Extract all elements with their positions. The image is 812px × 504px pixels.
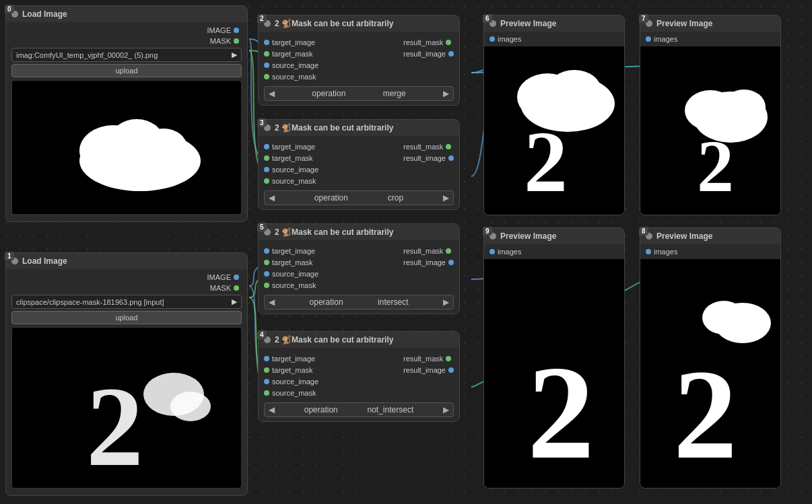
output-mask-label-0: MASK xyxy=(210,37,231,45)
port-label-result-image-4: result_image xyxy=(403,366,446,374)
output-ports-4: result_mask result_image xyxy=(403,355,454,397)
op-next-5[interactable]: ▶ xyxy=(443,297,449,307)
port-dot-target-image-2[interactable] xyxy=(264,40,269,45)
mask-ports-5: target_image target_mask source_image so… xyxy=(264,244,454,292)
node-title-2: 2 🐒Mask can be cut arbitrarily xyxy=(275,19,393,28)
node-header-5: 2 🐒Mask can be cut arbitrarily xyxy=(259,224,459,240)
op-prev-2[interactable]: ◀ xyxy=(269,89,275,98)
op-next-2[interactable]: ▶ xyxy=(443,89,449,98)
node-id-1: 1 xyxy=(5,252,14,260)
port-label-result-mask-4: result_mask xyxy=(403,355,443,363)
op-next-3[interactable]: ▶ xyxy=(443,193,449,203)
port-result-mask-out-2: result_mask xyxy=(403,38,454,46)
port-label-source-image-4: source_image xyxy=(272,377,318,386)
load-image-node-0: 0 Load Image IMAGE MASK imag:ComfyUI_tem… xyxy=(5,5,248,222)
port-dot-target-image-5[interactable] xyxy=(264,248,269,254)
port-dot-result-mask-3[interactable] xyxy=(446,144,451,149)
op-prev-4[interactable]: ◀ xyxy=(269,405,275,415)
node-body-4: target_image target_mask source_image so… xyxy=(259,348,459,421)
port-source-mask-5: source_mask xyxy=(264,281,318,289)
port-result-mask-out-4: result_mask xyxy=(403,355,454,363)
input-ports-5: target_image target_mask source_image so… xyxy=(264,247,318,289)
port-dot-images-7[interactable] xyxy=(646,36,651,42)
port-dot-result-image-5[interactable] xyxy=(448,260,454,265)
port-dot-source-image-3[interactable] xyxy=(264,167,269,172)
node-header-9: Preview Image xyxy=(484,228,624,244)
port-target-mask-3: target_mask xyxy=(264,154,318,162)
port-dot-target-mask-5[interactable] xyxy=(264,260,269,265)
port-dot-result-mask-5[interactable] xyxy=(446,248,451,254)
port-dot-result-image-2[interactable] xyxy=(448,51,454,57)
port-dot-source-mask-2[interactable] xyxy=(264,74,269,79)
port-dot-source-image-5[interactable] xyxy=(264,271,269,277)
input-ports-2: target_image target_mask source_image so… xyxy=(264,38,318,81)
output-image-label-1: IMAGE xyxy=(207,273,231,281)
images-label-6: images xyxy=(498,35,521,43)
port-target-mask-5: target_mask xyxy=(264,258,318,266)
preview-img-9: 2 xyxy=(487,262,621,484)
upload-button-1[interactable]: upload xyxy=(11,311,242,324)
port-dot-result-mask-2[interactable] xyxy=(446,40,451,45)
op-prev-3[interactable]: ◀ xyxy=(269,193,275,203)
port-dot-source-image-4[interactable] xyxy=(264,379,269,384)
port-dot-target-image-4[interactable] xyxy=(264,356,269,361)
preview-node-6: 6 Preview Image images 2 xyxy=(483,15,625,215)
port-label-result-image-2: result_image xyxy=(403,50,446,58)
port-source-mask-3: source_mask xyxy=(264,177,318,185)
preview-input-8: images xyxy=(640,244,780,259)
port-dot-source-mask-4[interactable] xyxy=(264,390,269,396)
file-name-0: imag:ComfyUI_temp_vjphf_00002_ (5).png xyxy=(16,51,158,59)
op-prev-5[interactable]: ◀ xyxy=(269,297,275,307)
port-target-image-4: target_image xyxy=(264,355,318,363)
mask-node-3: 3 2 🐒Mask can be cut arbitrarily target_… xyxy=(258,119,460,210)
mask-node-2: 2 2 🐒Mask can be cut arbitrarily target_… xyxy=(258,15,460,106)
port-result-mask-out-5: result_mask xyxy=(403,247,454,255)
operation-row-4: ◀ operation not_intersect ▶ xyxy=(264,402,454,417)
preview-input-7: images xyxy=(640,32,780,46)
port-dot-target-mask-2[interactable] xyxy=(264,51,269,57)
port-dot-source-mask-5[interactable] xyxy=(264,283,269,288)
port-dot-result-mask-4[interactable] xyxy=(446,356,451,361)
port-dot-target-image-3[interactable] xyxy=(264,144,269,149)
output-mask-dot-1[interactable] xyxy=(234,285,239,291)
port-label-source-mask-3: source_mask xyxy=(272,177,316,185)
preview-node-7: 7 Preview Image images 2 xyxy=(640,15,781,215)
port-label-target-image-5: target_image xyxy=(272,247,315,255)
svg-text:2: 2 xyxy=(86,363,143,482)
preview-body-8: 2 xyxy=(640,259,780,488)
svg-text:2: 2 xyxy=(527,338,595,484)
port-dot-source-image-2[interactable] xyxy=(264,63,269,68)
port-label-source-image-5: source_image xyxy=(272,270,318,278)
upload-button-0[interactable]: upload xyxy=(11,64,242,77)
input-ports-4: target_image target_mask source_image so… xyxy=(264,355,318,397)
node-header-2: 2 🐒Mask can be cut arbitrarily xyxy=(259,15,459,32)
output-image-dot-0[interactable] xyxy=(234,28,239,33)
port-dot-target-mask-3[interactable] xyxy=(264,155,269,161)
svg-point-9 xyxy=(547,70,601,110)
port-dot-images-9[interactable] xyxy=(489,249,495,254)
port-dot-images-6[interactable] xyxy=(489,36,495,42)
file-select-0[interactable]: imag:ComfyUI_temp_vjphf_00002_ (5).png ▶ xyxy=(11,48,242,62)
output-image-dot-1[interactable] xyxy=(234,275,239,280)
port-dot-source-mask-3[interactable] xyxy=(264,178,269,184)
preview-node-9: 9 Preview Image images 2 xyxy=(483,227,625,489)
file-select-1[interactable]: clipspace/clipspace-mask-181963.png [inp… xyxy=(11,295,242,309)
op-label-5: operation xyxy=(310,297,343,307)
output-ports-1: IMAGE MASK xyxy=(11,273,242,292)
port-label-source-image-3: source_image xyxy=(272,166,318,174)
node-title-5: 2 🐒Mask can be cut arbitrarily xyxy=(275,227,393,237)
node-body-5: target_image target_mask source_image so… xyxy=(259,240,459,314)
op-next-4[interactable]: ▶ xyxy=(443,405,449,415)
port-dot-images-8[interactable] xyxy=(646,249,651,254)
svg-text:2: 2 xyxy=(673,344,737,484)
port-label-source-image-2: source_image xyxy=(272,61,318,69)
node-title-4: 2 🐒Mask can be cut arbitrarily xyxy=(275,335,393,345)
output-mask-dot-0[interactable] xyxy=(234,38,239,44)
mask-node-4: 4 2 🐒Mask can be cut arbitrarily target_… xyxy=(258,331,460,422)
node-title-9: Preview Image xyxy=(500,231,556,241)
port-dot-result-image-4[interactable] xyxy=(448,367,454,373)
port-dot-target-mask-4[interactable] xyxy=(264,367,269,373)
operation-row-3: ◀ operation crop ▶ xyxy=(264,190,454,205)
operation-row-2: ◀ operation merge ▶ xyxy=(264,86,454,101)
port-dot-result-image-3[interactable] xyxy=(448,155,454,161)
